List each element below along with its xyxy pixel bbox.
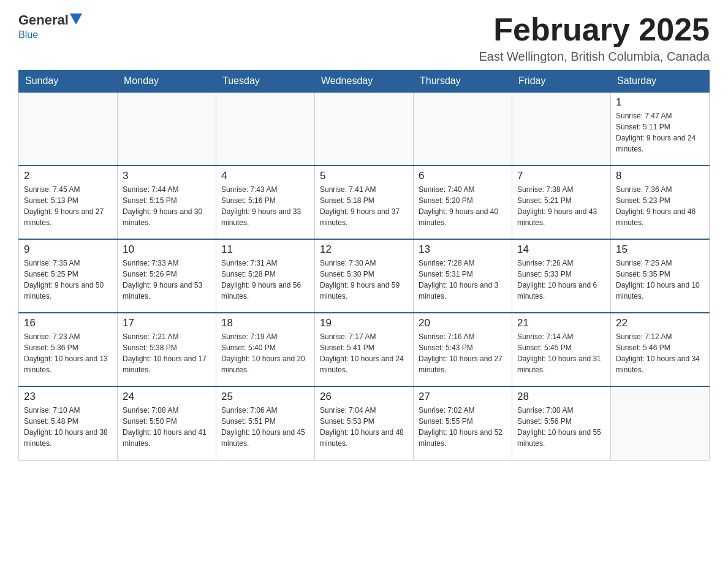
day-number: 22 [616,317,704,329]
day-number: 7 [517,170,605,182]
calendar-cell: 18Sunrise: 7:19 AMSunset: 5:40 PMDayligh… [216,313,315,386]
location-title: East Wellington, British Columbia, Canad… [479,50,710,64]
day-number: 28 [517,391,605,403]
day-info: Sunrise: 7:23 AMSunset: 5:36 PMDaylight:… [24,331,112,375]
day-info: Sunrise: 7:28 AMSunset: 5:31 PMDaylight:… [419,258,507,302]
day-number: 16 [24,317,112,329]
calendar-cell: 23Sunrise: 7:10 AMSunset: 5:48 PMDayligh… [19,386,118,460]
day-info: Sunrise: 7:06 AMSunset: 5:51 PMDaylight:… [221,405,309,449]
day-info: Sunrise: 7:19 AMSunset: 5:40 PMDaylight:… [221,331,309,375]
day-number: 19 [320,317,408,329]
day-info: Sunrise: 7:08 AMSunset: 5:50 PMDaylight:… [123,405,211,449]
day-number: 2 [24,170,112,182]
day-number: 12 [320,243,408,256]
title-area: February 2025 East Wellington, British C… [479,12,710,64]
day-number: 8 [616,170,704,182]
day-info: Sunrise: 7:44 AMSunset: 5:15 PMDaylight:… [123,184,211,228]
day-number: 3 [123,170,211,182]
calendar-cell: 28Sunrise: 7:00 AMSunset: 5:56 PMDayligh… [512,386,611,460]
month-title: February 2025 [479,12,710,47]
day-info: Sunrise: 7:36 AMSunset: 5:23 PMDaylight:… [616,184,704,228]
calendar-cell [216,92,315,166]
calendar-cell: 17Sunrise: 7:21 AMSunset: 5:38 PMDayligh… [118,313,216,386]
day-number: 15 [616,243,704,256]
day-number: 27 [419,391,507,403]
calendar-cell [414,92,512,166]
day-info: Sunrise: 7:00 AMSunset: 5:56 PMDaylight:… [517,405,605,449]
calendar-cell: 25Sunrise: 7:06 AMSunset: 5:51 PMDayligh… [216,386,315,460]
column-header-sunday: Sunday [19,71,118,93]
calendar-cell: 9Sunrise: 7:35 AMSunset: 5:25 PMDaylight… [19,239,118,313]
calendar-cell: 13Sunrise: 7:28 AMSunset: 5:31 PMDayligh… [414,239,512,313]
calendar-cell: 11Sunrise: 7:31 AMSunset: 5:28 PMDayligh… [216,239,315,313]
day-info: Sunrise: 7:43 AMSunset: 5:16 PMDaylight:… [221,184,309,228]
day-info: Sunrise: 7:17 AMSunset: 5:41 PMDaylight:… [320,331,408,375]
week-row-4: 16Sunrise: 7:23 AMSunset: 5:36 PMDayligh… [19,313,710,386]
week-row-1: 1Sunrise: 7:47 AMSunset: 5:11 PMDaylight… [19,92,710,166]
day-info: Sunrise: 7:26 AMSunset: 5:33 PMDaylight:… [517,258,605,302]
day-number: 10 [123,243,211,256]
calendar-cell: 7Sunrise: 7:38 AMSunset: 5:21 PMDaylight… [512,166,611,239]
day-info: Sunrise: 7:40 AMSunset: 5:20 PMDaylight:… [419,184,507,228]
column-header-wednesday: Wednesday [315,71,414,93]
day-info: Sunrise: 7:04 AMSunset: 5:53 PMDaylight:… [320,405,408,449]
calendar-cell: 21Sunrise: 7:14 AMSunset: 5:45 PMDayligh… [512,313,611,386]
day-number: 23 [24,391,112,403]
day-number: 21 [517,317,605,329]
week-row-2: 2Sunrise: 7:45 AMSunset: 5:13 PMDaylight… [19,166,710,239]
day-info: Sunrise: 7:47 AMSunset: 5:11 PMDaylight:… [616,110,704,155]
calendar-cell: 3Sunrise: 7:44 AMSunset: 5:15 PMDaylight… [118,166,216,239]
calendar-cell: 15Sunrise: 7:25 AMSunset: 5:35 PMDayligh… [611,239,710,313]
column-header-friday: Friday [512,71,611,93]
calendar-cell: 14Sunrise: 7:26 AMSunset: 5:33 PMDayligh… [512,239,611,313]
day-number: 13 [419,243,507,256]
day-info: Sunrise: 7:25 AMSunset: 5:35 PMDaylight:… [616,258,704,302]
day-info: Sunrise: 7:30 AMSunset: 5:30 PMDaylight:… [320,258,408,302]
calendar-cell: 24Sunrise: 7:08 AMSunset: 5:50 PMDayligh… [118,386,216,460]
calendar-table: SundayMondayTuesdayWednesdayThursdayFrid… [18,70,710,461]
day-info: Sunrise: 7:02 AMSunset: 5:55 PMDaylight:… [419,405,507,449]
week-row-5: 23Sunrise: 7:10 AMSunset: 5:48 PMDayligh… [19,386,710,460]
day-number: 25 [221,391,309,403]
calendar-cell [118,92,216,166]
calendar-cell: 27Sunrise: 7:02 AMSunset: 5:55 PMDayligh… [414,386,512,460]
day-number: 6 [419,170,507,182]
day-number: 1 [616,96,704,109]
calendar-cell [512,92,611,166]
logo: General Blue [18,12,82,40]
calendar-cell: 1Sunrise: 7:47 AMSunset: 5:11 PMDaylight… [611,92,710,166]
day-info: Sunrise: 7:45 AMSunset: 5:13 PMDaylight:… [24,184,112,228]
day-number: 14 [517,243,605,256]
calendar-cell: 10Sunrise: 7:33 AMSunset: 5:26 PMDayligh… [118,239,216,313]
day-info: Sunrise: 7:16 AMSunset: 5:43 PMDaylight:… [419,331,507,375]
day-info: Sunrise: 7:14 AMSunset: 5:45 PMDaylight:… [517,331,605,375]
calendar-header-row: SundayMondayTuesdayWednesdayThursdayFrid… [19,71,710,93]
calendar-cell [19,92,118,166]
calendar-cell: 8Sunrise: 7:36 AMSunset: 5:23 PMDaylight… [611,166,710,239]
column-header-thursday: Thursday [414,71,512,93]
calendar-cell: 26Sunrise: 7:04 AMSunset: 5:53 PMDayligh… [315,386,414,460]
calendar-cell [611,386,710,460]
calendar-cell: 6Sunrise: 7:40 AMSunset: 5:20 PMDaylight… [414,166,512,239]
logo-general-text: General [18,12,69,28]
column-header-tuesday: Tuesday [216,71,315,93]
day-info: Sunrise: 7:10 AMSunset: 5:48 PMDaylight:… [24,405,112,449]
calendar-cell: 22Sunrise: 7:12 AMSunset: 5:46 PMDayligh… [611,313,710,386]
column-header-saturday: Saturday [611,71,710,93]
day-info: Sunrise: 7:21 AMSunset: 5:38 PMDaylight:… [123,331,211,375]
day-number: 24 [123,391,211,403]
calendar-cell [315,92,414,166]
calendar-cell: 19Sunrise: 7:17 AMSunset: 5:41 PMDayligh… [315,313,414,386]
day-number: 11 [221,243,309,256]
calendar-cell: 5Sunrise: 7:41 AMSunset: 5:18 PMDaylight… [315,166,414,239]
calendar-cell: 12Sunrise: 7:30 AMSunset: 5:30 PMDayligh… [315,239,414,313]
page-header: General Blue February 2025 East Wellingt… [18,12,710,64]
day-number: 9 [24,243,112,256]
day-info: Sunrise: 7:41 AMSunset: 5:18 PMDaylight:… [320,184,408,228]
day-info: Sunrise: 7:38 AMSunset: 5:21 PMDaylight:… [517,184,605,228]
day-number: 18 [221,317,309,329]
logo-triangle-icon [70,13,82,25]
day-number: 5 [320,170,408,182]
day-number: 26 [320,391,408,403]
logo-blue-text: Blue [18,29,38,40]
